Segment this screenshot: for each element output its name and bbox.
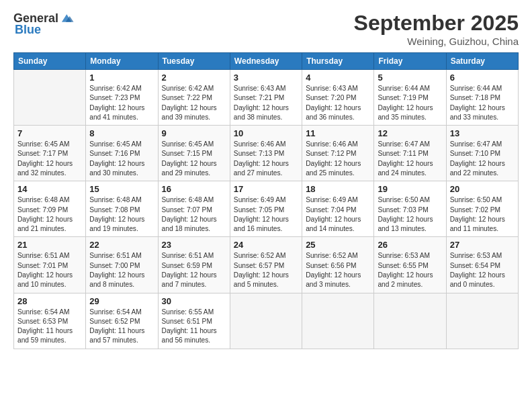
day-number: 30 bbox=[162, 296, 226, 306]
day-info: Sunrise: 6:48 AMSunset: 7:07 PMDaylight:… bbox=[162, 195, 226, 234]
day-number: 17 bbox=[234, 184, 298, 194]
day-number: 4 bbox=[306, 73, 370, 83]
day-info: Sunrise: 6:46 AMSunset: 7:13 PMDaylight:… bbox=[234, 140, 298, 178]
day-info: Sunrise: 6:50 AMSunset: 7:02 PMDaylight:… bbox=[450, 195, 515, 234]
day-number: 27 bbox=[450, 240, 515, 250]
day-number: 18 bbox=[306, 184, 370, 194]
calendar-day-cell: 6Sunrise: 6:44 AMSunset: 7:18 PMDaylight… bbox=[446, 70, 518, 126]
weekday-header-cell: Tuesday bbox=[158, 53, 230, 70]
day-number: 2 bbox=[162, 73, 226, 83]
calendar-day-cell: 30Sunrise: 6:55 AMSunset: 6:51 PMDayligh… bbox=[158, 293, 230, 349]
weekday-header-cell: Saturday bbox=[446, 53, 518, 70]
calendar-day-cell: 5Sunrise: 6:44 AMSunset: 7:19 PMDaylight… bbox=[374, 70, 446, 126]
logo: General Blue bbox=[13, 11, 75, 37]
title-block: September 2025 Weining, Guizhou, China bbox=[354, 11, 519, 47]
calendar-day-cell: 26Sunrise: 6:53 AMSunset: 6:55 PMDayligh… bbox=[374, 237, 446, 293]
day-number: 7 bbox=[17, 128, 82, 138]
calendar-day-cell bbox=[14, 70, 86, 126]
calendar-day-cell: 20Sunrise: 6:50 AMSunset: 7:02 PMDayligh… bbox=[446, 181, 518, 237]
day-number: 1 bbox=[89, 73, 154, 83]
day-number: 15 bbox=[89, 184, 154, 194]
day-info: Sunrise: 6:43 AMSunset: 7:20 PMDaylight:… bbox=[306, 84, 370, 122]
day-info: Sunrise: 6:53 AMSunset: 6:54 PMDaylight:… bbox=[450, 251, 515, 289]
calendar-week-row: 7Sunrise: 6:45 AMSunset: 7:17 PMDaylight… bbox=[14, 126, 519, 181]
day-number: 11 bbox=[306, 128, 370, 138]
calendar-day-cell: 24Sunrise: 6:52 AMSunset: 6:57 PMDayligh… bbox=[230, 237, 302, 293]
calendar-day-cell: 22Sunrise: 6:51 AMSunset: 7:00 PMDayligh… bbox=[86, 237, 158, 293]
weekday-header-cell: Friday bbox=[374, 53, 446, 70]
calendar-day-cell: 17Sunrise: 6:49 AMSunset: 7:05 PMDayligh… bbox=[230, 181, 302, 237]
calendar-day-cell: 2Sunrise: 6:42 AMSunset: 7:22 PMDaylight… bbox=[158, 70, 230, 126]
calendar-day-cell bbox=[302, 293, 374, 349]
day-number: 5 bbox=[378, 73, 442, 83]
day-info: Sunrise: 6:48 AMSunset: 7:09 PMDaylight:… bbox=[17, 195, 82, 234]
day-info: Sunrise: 6:51 AMSunset: 7:00 PMDaylight:… bbox=[89, 251, 154, 289]
day-info: Sunrise: 6:51 AMSunset: 6:59 PMDaylight:… bbox=[162, 251, 226, 289]
calendar-week-row: 14Sunrise: 6:48 AMSunset: 7:09 PMDayligh… bbox=[14, 181, 519, 237]
calendar-body: 1Sunrise: 6:42 AMSunset: 7:23 PMDaylight… bbox=[14, 70, 519, 349]
logo-blue-text: Blue bbox=[15, 23, 41, 37]
day-number: 24 bbox=[234, 240, 298, 250]
calendar-day-cell: 14Sunrise: 6:48 AMSunset: 7:09 PMDayligh… bbox=[14, 181, 86, 237]
day-info: Sunrise: 6:49 AMSunset: 7:05 PMDaylight:… bbox=[234, 195, 298, 234]
calendar-day-cell bbox=[374, 293, 446, 349]
logo-icon bbox=[60, 11, 75, 26]
calendar-day-cell: 21Sunrise: 6:51 AMSunset: 7:01 PMDayligh… bbox=[14, 237, 86, 293]
day-number: 25 bbox=[306, 240, 370, 250]
calendar-day-cell: 9Sunrise: 6:45 AMSunset: 7:15 PMDaylight… bbox=[158, 126, 230, 181]
day-info: Sunrise: 6:55 AMSunset: 6:51 PMDaylight:… bbox=[162, 308, 226, 346]
calendar-day-cell: 18Sunrise: 6:49 AMSunset: 7:04 PMDayligh… bbox=[302, 181, 374, 237]
day-number: 16 bbox=[162, 184, 226, 194]
weekday-header-cell: Monday bbox=[86, 53, 158, 70]
month-title: September 2025 bbox=[354, 11, 519, 36]
calendar-week-row: 21Sunrise: 6:51 AMSunset: 7:01 PMDayligh… bbox=[14, 237, 519, 293]
calendar-day-cell: 12Sunrise: 6:47 AMSunset: 7:11 PMDayligh… bbox=[374, 126, 446, 181]
day-number: 13 bbox=[450, 128, 515, 138]
calendar-day-cell: 7Sunrise: 6:45 AMSunset: 7:17 PMDaylight… bbox=[14, 126, 86, 181]
calendar-day-cell: 25Sunrise: 6:52 AMSunset: 6:56 PMDayligh… bbox=[302, 237, 374, 293]
calendar-table: SundayMondayTuesdayWednesdayThursdayFrid… bbox=[13, 52, 519, 349]
day-info: Sunrise: 6:48 AMSunset: 7:08 PMDaylight:… bbox=[89, 195, 154, 234]
day-number: 23 bbox=[162, 240, 226, 250]
weekday-header-cell: Wednesday bbox=[230, 53, 302, 70]
day-number: 12 bbox=[378, 128, 442, 138]
weekday-header-row: SundayMondayTuesdayWednesdayThursdayFrid… bbox=[14, 53, 519, 70]
calendar-week-row: 1Sunrise: 6:42 AMSunset: 7:23 PMDaylight… bbox=[14, 70, 519, 126]
day-info: Sunrise: 6:54 AMSunset: 6:52 PMDaylight:… bbox=[89, 308, 154, 346]
day-info: Sunrise: 6:46 AMSunset: 7:12 PMDaylight:… bbox=[306, 140, 370, 178]
calendar-day-cell: 28Sunrise: 6:54 AMSunset: 6:53 PMDayligh… bbox=[14, 293, 86, 349]
day-number: 8 bbox=[89, 128, 154, 138]
calendar-day-cell: 3Sunrise: 6:43 AMSunset: 7:21 PMDaylight… bbox=[230, 70, 302, 126]
day-info: Sunrise: 6:44 AMSunset: 7:18 PMDaylight:… bbox=[450, 84, 515, 122]
calendar-day-cell: 13Sunrise: 6:47 AMSunset: 7:10 PMDayligh… bbox=[446, 126, 518, 181]
day-info: Sunrise: 6:42 AMSunset: 7:22 PMDaylight:… bbox=[162, 84, 226, 122]
day-info: Sunrise: 6:54 AMSunset: 6:53 PMDaylight:… bbox=[17, 308, 82, 346]
calendar-header: SundayMondayTuesdayWednesdayThursdayFrid… bbox=[14, 53, 519, 70]
day-number: 22 bbox=[89, 240, 154, 250]
calendar-day-cell: 11Sunrise: 6:46 AMSunset: 7:12 PMDayligh… bbox=[302, 126, 374, 181]
day-info: Sunrise: 6:51 AMSunset: 7:01 PMDaylight:… bbox=[17, 251, 82, 289]
day-info: Sunrise: 6:45 AMSunset: 7:16 PMDaylight:… bbox=[89, 140, 154, 178]
day-number: 10 bbox=[234, 128, 298, 138]
calendar-day-cell: 19Sunrise: 6:50 AMSunset: 7:03 PMDayligh… bbox=[374, 181, 446, 237]
day-info: Sunrise: 6:50 AMSunset: 7:03 PMDaylight:… bbox=[378, 195, 442, 234]
calendar-day-cell: 8Sunrise: 6:45 AMSunset: 7:16 PMDaylight… bbox=[86, 126, 158, 181]
calendar-day-cell: 27Sunrise: 6:53 AMSunset: 6:54 PMDayligh… bbox=[446, 237, 518, 293]
day-info: Sunrise: 6:52 AMSunset: 6:56 PMDaylight:… bbox=[306, 251, 370, 289]
calendar-day-cell: 16Sunrise: 6:48 AMSunset: 7:07 PMDayligh… bbox=[158, 181, 230, 237]
calendar-day-cell: 15Sunrise: 6:48 AMSunset: 7:08 PMDayligh… bbox=[86, 181, 158, 237]
day-number: 28 bbox=[17, 296, 82, 306]
calendar-day-cell: 23Sunrise: 6:51 AMSunset: 6:59 PMDayligh… bbox=[158, 237, 230, 293]
day-number: 9 bbox=[162, 128, 226, 138]
weekday-header-cell: Thursday bbox=[302, 53, 374, 70]
calendar-day-cell bbox=[230, 293, 302, 349]
calendar-day-cell: 1Sunrise: 6:42 AMSunset: 7:23 PMDaylight… bbox=[86, 70, 158, 126]
day-info: Sunrise: 6:45 AMSunset: 7:17 PMDaylight:… bbox=[17, 140, 82, 178]
day-number: 14 bbox=[17, 184, 82, 194]
day-info: Sunrise: 6:52 AMSunset: 6:57 PMDaylight:… bbox=[234, 251, 298, 289]
day-number: 6 bbox=[450, 73, 515, 83]
day-info: Sunrise: 6:43 AMSunset: 7:21 PMDaylight:… bbox=[234, 84, 298, 122]
calendar-day-cell: 29Sunrise: 6:54 AMSunset: 6:52 PMDayligh… bbox=[86, 293, 158, 349]
day-info: Sunrise: 6:47 AMSunset: 7:10 PMDaylight:… bbox=[450, 140, 515, 178]
day-number: 3 bbox=[234, 73, 298, 83]
